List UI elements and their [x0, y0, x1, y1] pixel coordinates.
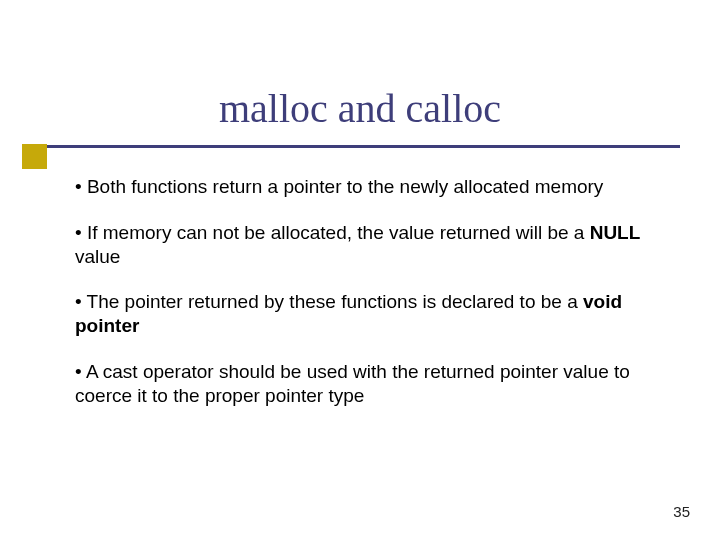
bullet-item: • Both functions return a pointer to the…: [75, 175, 660, 199]
title-underline: [38, 145, 680, 148]
bullet-text: value: [75, 246, 120, 267]
bullet-text: • A cast operator should be used with th…: [75, 361, 630, 406]
bullet-item: • The pointer returned by these function…: [75, 290, 660, 338]
bullet-bold: NULL: [590, 222, 641, 243]
page-number: 35: [673, 503, 690, 520]
slide-body: • Both functions return a pointer to the…: [75, 175, 660, 429]
slide-title: malloc and calloc: [0, 85, 720, 132]
bullet-item: • If memory can not be allocated, the va…: [75, 221, 660, 269]
slide: malloc and calloc • Both functions retur…: [0, 0, 720, 540]
bullet-text: • If memory can not be allocated, the va…: [75, 222, 590, 243]
accent-box: [22, 144, 47, 169]
bullet-text: • The pointer returned by these function…: [75, 291, 583, 312]
bullet-text: • Both functions return a pointer to the…: [75, 176, 603, 197]
bullet-item: • A cast operator should be used with th…: [75, 360, 660, 408]
